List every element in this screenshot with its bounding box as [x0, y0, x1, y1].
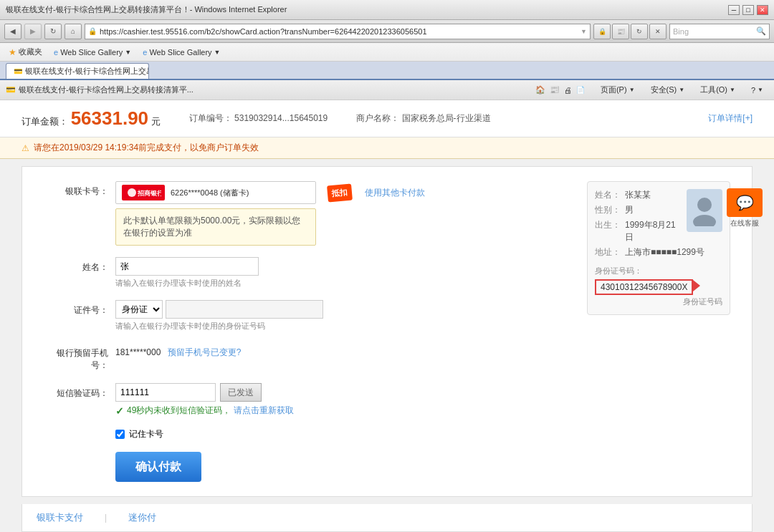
bottom-tabs: 银联卡支付 | 迷你付: [22, 504, 752, 532]
reload-button[interactable]: ↻: [631, 24, 648, 39]
id-label: 证件号：: [44, 300, 108, 316]
cert-button[interactable]: 🔒: [593, 24, 611, 39]
print-icon[interactable]: 🖨: [564, 86, 572, 95]
amount-unit: 元: [151, 116, 161, 127]
maximize-button[interactable]: □: [742, 5, 754, 15]
user-address-value: 上海市■■■■■1299号: [625, 246, 704, 258]
id-number-section: 身份证号码： 43010312345678900X 身份证号码: [595, 266, 722, 307]
card-number-display: 6226****0048 (储蓄卡): [171, 188, 249, 198]
phone-label: 银行预留手机号：: [44, 343, 108, 372]
phone-number: 181*****000: [115, 347, 161, 357]
warning-text: 请您在2019/03/29 14:19:34前完成支付，以免商户订单失效: [34, 142, 259, 154]
id-hint: 请输入在银行办理该卡时使用的身份证号码: [115, 321, 730, 332]
sms-input[interactable]: [115, 383, 216, 402]
fav-label-1: Web Slice Gallery: [60, 48, 123, 57]
close-button[interactable]: ✕: [757, 5, 768, 15]
page-content: 订单金额： 56331.90 元 订单编号： 5319032914...1564…: [0, 100, 774, 532]
phone-content: 181*****000 预留手机号已变更?: [115, 343, 730, 359]
ie-icon-2: e: [143, 48, 147, 57]
bottom-divider: |: [105, 513, 107, 523]
discount-badge: 抵扣: [327, 183, 353, 202]
id-number-label: 身份证号码: [595, 296, 722, 307]
help-menu[interactable]: ? ▼: [746, 84, 768, 97]
user-birth-row: 出生： 1999年8月21日: [595, 219, 682, 243]
svg-point-3: [128, 188, 136, 197]
browser-title: 银联在线支付-银行卡综合性网上交易转接清算平台！- Windows Intern…: [6, 4, 728, 15]
stop-button[interactable]: ✕: [649, 24, 666, 39]
safety-chevron-icon: ▼: [679, 87, 684, 93]
confirm-payment-button[interactable]: 确认付款: [115, 452, 201, 482]
bottom-tab-mini[interactable]: 迷你付: [128, 511, 156, 524]
fav-item-1[interactable]: e Web Slice Gallery ▼: [51, 47, 134, 58]
help-menu-label: ?: [751, 86, 755, 95]
refresh-button[interactable]: ↻: [44, 24, 62, 39]
page-menu-label: 页面(P): [601, 84, 627, 95]
id-number-display: 43010312345678900X: [595, 279, 693, 295]
remember-label: 记住卡号: [129, 428, 163, 440]
address-arrow: ▼: [580, 28, 587, 35]
tools-chevron-icon: ▼: [730, 87, 735, 93]
phone-display: 181*****000 预留手机号已变更?: [115, 343, 730, 359]
order-detail-link[interactable]: 订单详情[+]: [708, 112, 752, 125]
toolbar-icons[interactable]: 🏠 📰 🖨 📄: [530, 83, 590, 97]
other-card-link[interactable]: 使用其他卡付款: [365, 187, 425, 199]
warning-bar: ⚠ 请您在2019/03/29 14:19:34前完成支付，以免商户订单失效: [0, 137, 774, 159]
active-tab[interactable]: 💳 银联在线支付-银行卡综合性网上交易转接清算平... ✕: [6, 63, 149, 79]
id-arrow-indicator: [693, 280, 700, 291]
safety-menu-label: 安全(S): [651, 84, 677, 95]
svg-point-0: [697, 198, 712, 212]
sms-content: 已发送 ✓ 49秒内未收到短信验证码， 请点击重新获取: [115, 383, 730, 417]
back-button[interactable]: ◀: [4, 24, 22, 39]
id-type-select[interactable]: 身份证 护照 军官证: [115, 300, 163, 319]
minimize-button[interactable]: ─: [728, 5, 740, 15]
sms-resend-link[interactable]: 请点击重新获取: [234, 405, 294, 417]
address-text: https://cashier.test.95516.com/b2c/showC…: [100, 27, 578, 36]
order-amount: 订单金额： 56331.90 元: [22, 107, 161, 130]
bank-card-selector[interactable]: 招商银行 6226****0048 (储蓄卡): [115, 181, 316, 204]
order-header: 订单金额： 56331.90 元 订单编号： 5319032914...1564…: [0, 100, 774, 137]
amount-value: 56331.90: [71, 107, 148, 129]
browser-toolbar: ◀ ▶ ↻ ⌂ 🔒 https://cashier.test.95516.com…: [0, 20, 774, 43]
rss-icon[interactable]: 📰: [550, 85, 560, 95]
tools-menu-label: 工具(O): [700, 84, 727, 95]
sms-label: 短信验证码：: [44, 383, 108, 400]
user-gender-row: 性别： 男: [595, 204, 682, 216]
page-status-icon: 💳: [6, 85, 16, 95]
service-label: 在线客服: [723, 218, 766, 228]
online-service-widget[interactable]: 💬 在线客服: [723, 188, 766, 228]
home-icon[interactable]: 🏠: [535, 85, 545, 95]
favorites-button[interactable]: ★ 收藏夹: [6, 45, 45, 59]
sms-sent-button: 已发送: [220, 383, 262, 402]
search-icon[interactable]: 🔍: [756, 26, 766, 36]
tab-bar: 💳 银联在线支付-银行卡综合性网上交易转接清算平... ✕: [0, 62, 774, 80]
home-button[interactable]: ⌂: [64, 24, 82, 39]
search-box[interactable]: Bing 🔍: [669, 24, 770, 39]
merchant-name: 商户名称： 国家税务总局-行业渠道: [356, 112, 490, 125]
phone-change-link[interactable]: 预留手机号已变更?: [168, 347, 242, 357]
rss-button[interactable]: 📰: [612, 24, 629, 39]
ie-icon-1: e: [54, 48, 58, 57]
sms-row: 短信验证码： 已发送 ✓ 49秒内未收到短信验证码， 请点击重新获取: [44, 383, 730, 417]
id-input[interactable]: [166, 300, 323, 319]
page-status-text: 银联在线支付-银行卡综合性网上交易转接清算平...: [19, 84, 194, 95]
tools-menu[interactable]: 工具(O) ▼: [695, 82, 740, 97]
favorites-label: 收藏夹: [19, 47, 42, 57]
fav-item-2[interactable]: e Web Slice Gallery ▼: [140, 47, 223, 58]
lock-icon: 🔒: [88, 27, 97, 35]
name-input[interactable]: [115, 257, 259, 276]
amount-label: 订单金额：: [22, 116, 68, 127]
bank-logo: 招商银行: [122, 185, 165, 200]
address-bar[interactable]: 🔒 https://cashier.test.95516.com/b2c/sho…: [85, 24, 591, 39]
user-gender-value: 男: [625, 204, 634, 216]
svg-text:招商银行: 招商银行: [137, 189, 161, 197]
remember-row: 记住卡号: [115, 428, 730, 440]
forward-button[interactable]: ▶: [24, 24, 42, 39]
remember-checkbox[interactable]: [115, 430, 125, 439]
safety-menu[interactable]: 安全(S) ▼: [646, 82, 690, 97]
page-icon[interactable]: 📄: [576, 86, 585, 94]
chevron-down-icon-1: ▼: [125, 49, 131, 56]
bottom-tab-unionpay[interactable]: 银联卡支付: [37, 511, 83, 524]
page-menu[interactable]: 页面(P) ▼: [596, 82, 640, 97]
chevron-down-icon-2: ▼: [214, 49, 221, 56]
star-icon: ★: [9, 47, 16, 57]
